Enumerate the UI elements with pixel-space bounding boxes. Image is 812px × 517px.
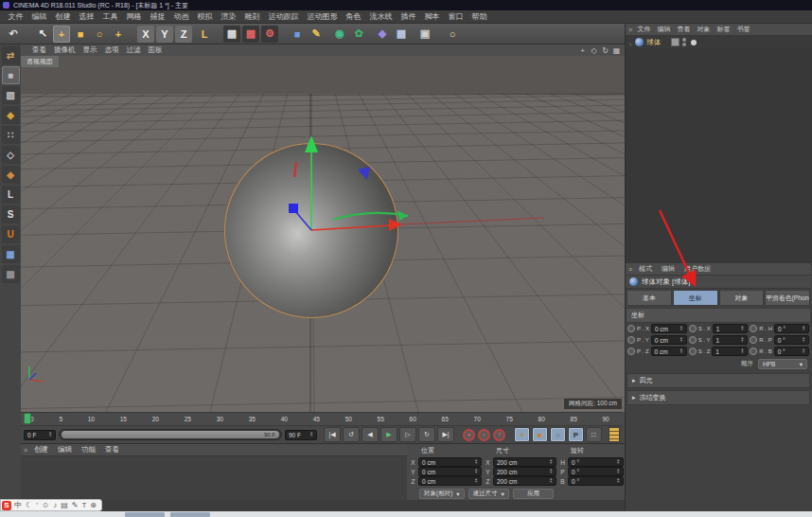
coordinate-system-toggle[interactable]: L <box>196 26 213 43</box>
panel-menu-icon[interactable]: ≡ <box>628 27 632 33</box>
rotation-value-field[interactable]: 0 °▲▼ <box>774 347 809 356</box>
keyframe-film-icon[interactable] <box>609 427 620 442</box>
viewport-tab[interactable]: 透视视图 <box>21 56 60 67</box>
key-circle-icon[interactable] <box>627 336 635 344</box>
live-selection-tool[interactable]: ↖ <box>34 26 51 43</box>
zoom-view-icon[interactable]: ◇ <box>590 46 598 55</box>
material-menu-item[interactable]: 创建 <box>29 445 53 455</box>
pan-view-icon[interactable]: + <box>578 46 587 55</box>
size-field[interactable]: 200 cm▲▼ <box>493 476 556 486</box>
record-keyframe-button[interactable]: ● <box>463 429 475 441</box>
rotation-value-field[interactable]: 0 °▲▼ <box>774 324 809 333</box>
material-menu-item[interactable]: 功能 <box>77 445 100 455</box>
menu-item[interactable]: 工具 <box>98 11 122 22</box>
menu-item[interactable]: 捕捉 <box>146 11 169 22</box>
loop-button[interactable]: ↻ <box>418 427 435 442</box>
menu-item[interactable]: 文件 <box>4 11 27 22</box>
attribute-tab[interactable]: 对象 <box>719 290 765 306</box>
viewport-canvas[interactable]: 透视视图 网格间距: 100 cm <box>21 56 625 412</box>
key-circle-icon[interactable] <box>750 336 757 344</box>
autokeying-button[interactable]: ◐ <box>478 429 490 441</box>
move-tool[interactable]: + <box>53 26 70 43</box>
floor-button[interactable]: ▦ <box>393 26 410 43</box>
record-scale-toggle[interactable]: ■ <box>532 427 548 442</box>
render-region-button[interactable]: ▦ <box>242 26 259 43</box>
menu-item[interactable]: 脚本 <box>420 11 444 22</box>
rotation-field[interactable]: 0 °▲▼ <box>568 467 624 476</box>
record-position-toggle[interactable]: + <box>514 427 530 442</box>
axis-mode-button[interactable]: L <box>2 186 20 204</box>
key-circle-icon[interactable] <box>689 325 697 332</box>
rotation-value-field[interactable]: 0 °▲▼ <box>774 335 809 345</box>
next-frame-button[interactable]: ▷ <box>399 427 416 442</box>
light-button[interactable]: ○ <box>444 26 461 43</box>
viewport-menu-item[interactable]: 查看 <box>28 45 50 55</box>
texture-mode-button[interactable]: ▨ <box>2 86 20 104</box>
generators-button[interactable]: ✿ <box>350 26 367 43</box>
position-field[interactable]: 0 cm▲▼ <box>418 476 482 486</box>
scale-tool[interactable]: ■ <box>72 26 89 43</box>
last-used-tool[interactable]: + <box>110 26 127 43</box>
key-circle-icon[interactable] <box>689 348 697 355</box>
ime-toolbox-icon[interactable]: ⊕ <box>90 502 97 509</box>
menu-item[interactable]: 动画 <box>169 11 193 22</box>
object-manager-menu-item[interactable]: 标签 <box>714 25 733 34</box>
current-frame-field[interactable]: 0 F ▲▼ <box>24 430 56 440</box>
menu-item[interactable]: 选择 <box>75 11 98 22</box>
attribute-tab[interactable]: 基本 <box>627 290 672 306</box>
viewport-menu-item[interactable]: 面板 <box>145 45 167 55</box>
size-mode-dropdown[interactable]: 通过尺寸▾ <box>468 489 509 499</box>
move-gizmo[interactable] <box>21 56 625 412</box>
attribute-menu-item[interactable]: 编辑 <box>657 264 680 274</box>
object-manager-menu-item[interactable]: 查看 <box>674 25 694 34</box>
viewport-menu-item[interactable]: 过滤 <box>123 45 145 55</box>
stepper-icon[interactable]: ▲▼ <box>48 432 52 438</box>
sogou-logo-icon[interactable]: S <box>2 501 11 510</box>
points-mode-button[interactable]: ∷ <box>2 126 20 144</box>
record-pla-toggle[interactable]: ∷ <box>586 427 602 442</box>
ime-voice-icon[interactable]: ♪ <box>53 502 57 509</box>
previous-frame-button[interactable]: ◀ <box>362 427 379 442</box>
attribute-menu-item[interactable]: 模式 <box>634 264 657 274</box>
scale-value-field[interactable]: 1▲▼ <box>712 347 748 356</box>
timeline-range-bar[interactable]: 90 F <box>62 431 279 438</box>
ime-skin-icon[interactable]: T <box>81 502 86 509</box>
toggle-views-icon[interactable]: ▦ <box>612 46 621 55</box>
rotation-field[interactable]: 0 °▲▼ <box>568 476 624 486</box>
environment-button[interactable]: ◆ <box>374 26 391 43</box>
z-axis-lock[interactable]: Z <box>175 26 192 43</box>
viewport-menu-item[interactable]: 摄像机 <box>50 45 79 55</box>
menu-item[interactable]: 插件 <box>397 11 420 22</box>
menu-item[interactable]: 渲染 <box>217 11 240 22</box>
rotation-field[interactable]: 0 °▲▼ <box>568 457 624 467</box>
scale-value-field[interactable]: 1▲▼ <box>713 324 749 333</box>
menu-item[interactable]: 流水线 <box>365 11 397 22</box>
attribute-menu-item[interactable]: 用户数据 <box>680 264 715 274</box>
visibility-dots-icon[interactable] <box>682 38 686 46</box>
key-circle-icon[interactable] <box>689 336 697 344</box>
position-field[interactable]: 0 cm▲▼ <box>418 457 482 467</box>
ime-keyboard-icon[interactable]: ▤ <box>61 502 68 509</box>
material-menu-item[interactable]: 编辑 <box>53 445 77 455</box>
attribute-tab[interactable]: 坐标 <box>673 290 718 306</box>
timeline-ruler[interactable]: 051015202530354045505560657075808590 <box>21 412 623 425</box>
timeline-range-slider[interactable]: 90 F <box>59 429 282 440</box>
key-circle-icon[interactable] <box>750 325 757 332</box>
viewport-menu-item[interactable]: 显示 <box>79 45 101 55</box>
snap-settings-button[interactable]: S <box>2 205 20 223</box>
key-circle-icon[interactable] <box>627 325 635 332</box>
material-menu-item[interactable]: 查看 <box>100 445 124 455</box>
position-field[interactable]: 0 cm▲▼ <box>418 467 482 476</box>
ime-halfwidth-icon[interactable]: ☾ <box>26 502 32 509</box>
rotate-view-icon[interactable]: ↻ <box>601 46 609 55</box>
menu-item[interactable]: 运动图形 <box>303 11 342 22</box>
size-field[interactable]: 200 cm▲▼ <box>493 457 556 467</box>
object-manager-tree[interactable] <box>626 48 812 265</box>
menu-item[interactable]: 角色 <box>342 11 365 22</box>
play-forwards-button[interactable]: ▶ <box>380 427 397 442</box>
collapsed-section[interactable]: ▸ 冻结变换 <box>627 390 810 405</box>
position-value-field[interactable]: 0 cm▲▼ <box>651 347 687 356</box>
phong-tag-icon[interactable] <box>691 40 697 45</box>
model-mode-button[interactable]: ■ <box>2 66 20 84</box>
x-axis-lock[interactable]: X <box>137 26 154 43</box>
